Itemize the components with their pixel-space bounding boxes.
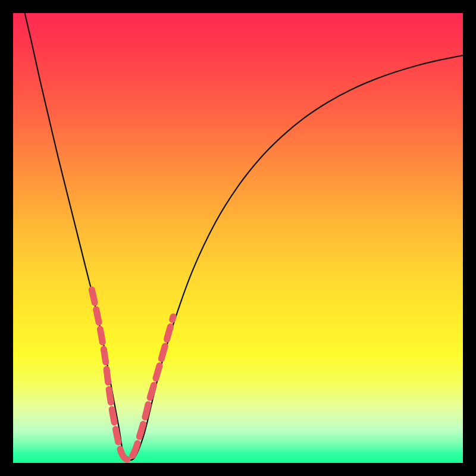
chart-container: TheBottleneck.com (0, 0, 476, 476)
chart-frame (0, 0, 476, 476)
